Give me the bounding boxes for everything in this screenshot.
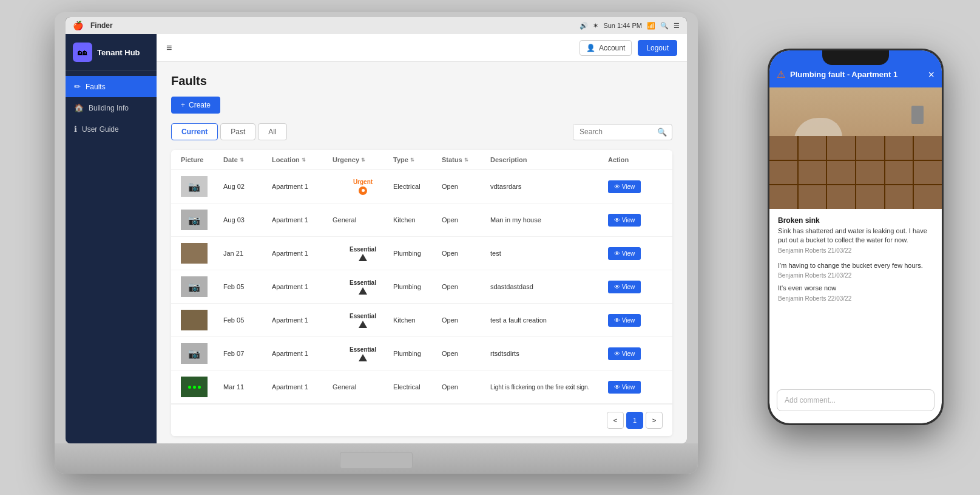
sidebar-item-building-info[interactable]: 🏠 Building Info — [66, 97, 157, 118]
col-action: Action — [608, 156, 663, 163]
trackpad[interactable] — [340, 452, 413, 469]
cell-action: 👁 View — [608, 381, 663, 394]
sort-date-icon: ⇅ — [240, 157, 244, 163]
sidebar-item-user-guide[interactable]: ℹ User Guide — [66, 118, 157, 140]
cell-description: vdtasrdars — [490, 183, 608, 190]
floor-tile — [827, 185, 855, 209]
cell-urgency: Urgent — [333, 179, 393, 195]
finder-label: Finder — [90, 21, 113, 30]
led-dots — [188, 386, 201, 389]
table-row: Mar 11 Apartment 1 General Electrical Op… — [171, 370, 672, 404]
urgency-label: Essential — [350, 246, 376, 253]
tabs-row: Current Past All 🔍 — [171, 123, 672, 140]
cell-status: Open — [442, 350, 490, 357]
laptop-shell: 🍎 Finder 🔊 ✶ Sun 1:44 PM 📶 🔍 ☰ 🏘 Tenant … — [55, 12, 698, 474]
close-button[interactable]: × — [928, 69, 934, 80]
add-comment-input[interactable]: Add comment... — [777, 389, 934, 411]
next-page-button[interactable]: > — [646, 412, 663, 429]
logout-button[interactable]: Logout — [638, 40, 677, 56]
cell-urgency: Essential — [333, 246, 393, 261]
view-button[interactable]: 👁 View — [608, 381, 641, 394]
col-date[interactable]: Date ⇅ — [223, 156, 272, 163]
page-title: Faults — [171, 74, 672, 88]
col-urgency[interactable]: Urgency ⇅ — [333, 156, 393, 163]
hamburger-icon[interactable]: ≡ — [166, 43, 172, 53]
create-button[interactable]: + Create — [171, 97, 220, 114]
table-row: Jan 21 Apartment 1 Essential Plumbing Op… — [171, 237, 672, 270]
floor-tile — [799, 161, 826, 185]
search-icon[interactable]: 🔍 — [660, 22, 669, 30]
cell-location: Apartment 1 — [272, 316, 333, 324]
list-icon[interactable]: ☰ — [674, 22, 680, 30]
cell-description: sdastdastdasd — [490, 283, 608, 290]
col-status[interactable]: Status ⇅ — [442, 156, 490, 163]
search-input[interactable] — [573, 125, 652, 139]
view-button[interactable]: 👁 View — [608, 281, 641, 293]
tab-all[interactable]: All — [258, 123, 286, 140]
page-1-button[interactable]: 1 — [626, 412, 643, 429]
cell-action: 👁 View — [608, 314, 663, 327]
urgency-label: Urgent — [353, 179, 373, 185]
cell-picture: 📷 — [181, 343, 223, 364]
col-location[interactable]: Location ⇅ — [272, 156, 333, 163]
urgency-label: Essential — [350, 279, 376, 286]
apple-icon: 🍎 — [73, 21, 83, 30]
view-button[interactable]: 👁 View — [608, 180, 641, 193]
comment-author: Benjamin Roberts — [778, 295, 826, 302]
view-button[interactable]: 👁 View — [608, 347, 641, 360]
search-icon: 🔍 — [652, 125, 672, 140]
cell-date: Feb 07 — [223, 350, 272, 357]
cell-description: Man in my house — [490, 216, 608, 224]
phone-notch — [822, 50, 889, 65]
comment-date: 21/03/22 — [828, 272, 851, 279]
cell-location: Apartment 1 — [272, 383, 333, 391]
tab-current[interactable]: Current — [171, 123, 218, 140]
view-button[interactable]: 👁 View — [608, 247, 641, 260]
thumbnail — [181, 377, 208, 397]
guide-icon: ℹ — [74, 125, 77, 134]
toilet-roll-holder — [911, 106, 924, 124]
tab-past[interactable]: Past — [220, 123, 255, 140]
account-button[interactable]: 👤 Account — [580, 40, 632, 56]
sort-location-icon: ⇅ — [302, 157, 306, 163]
table-header: Picture Date ⇅ Location ⇅ Urgency ⇅ Type… — [171, 150, 672, 170]
cell-date: Mar 11 — [223, 383, 272, 391]
add-comment-placeholder: Add comment... — [785, 396, 836, 405]
app-window: 🏘 Tenant Hub ✏ Faults 🏠 Building Info ℹ … — [66, 34, 687, 443]
cell-status: Open — [442, 250, 490, 257]
thumbnail: 📷 — [181, 276, 208, 297]
prev-page-button[interactable]: < — [607, 412, 624, 429]
cell-urgency: General — [333, 216, 393, 224]
comment-block: It's even worse now Benjamin Roberts 22/… — [778, 284, 933, 301]
logo-text: Tenant Hub — [97, 48, 140, 57]
cell-description: rtsdtsdirts — [490, 350, 608, 357]
bathroom-floor — [769, 136, 942, 209]
floor-tile — [799, 185, 826, 209]
essential-triangle-icon — [359, 254, 367, 261]
thumbnail: 📷 — [181, 210, 208, 230]
macos-bar: 🍎 Finder 🔊 ✶ Sun 1:44 PM 📶 🔍 ☰ — [66, 17, 687, 34]
sidebar: 🏘 Tenant Hub ✏ Faults 🏠 Building Info ℹ … — [66, 34, 157, 443]
cell-status: Open — [442, 183, 490, 190]
view-button[interactable]: 👁 View — [608, 214, 641, 227]
cell-date: Feb 05 — [223, 283, 272, 290]
cell-status: Open — [442, 283, 490, 290]
sort-urgency-icon: ⇅ — [361, 157, 365, 163]
sidebar-item-faults[interactable]: ✏ Faults — [66, 76, 157, 97]
essential-triangle-icon — [359, 354, 367, 361]
floor-tile — [856, 136, 884, 160]
thumbnail: 📷 — [181, 176, 208, 197]
building-icon: 🏠 — [74, 103, 84, 112]
comment-title: Broken sink — [778, 216, 933, 225]
cell-location: Apartment 1 — [272, 216, 333, 224]
col-type[interactable]: Type ⇅ — [393, 156, 442, 163]
faults-icon: ✏ — [74, 82, 81, 91]
phone-screen: ⚠ Plumbing fault - Apartment 1 × — [769, 50, 942, 423]
thumbnail — [181, 310, 208, 330]
floor-tile — [769, 185, 797, 209]
sidebar-nav: ✏ Faults 🏠 Building Info ℹ User Guide — [66, 71, 157, 145]
phone-image — [769, 87, 942, 209]
view-button[interactable]: 👁 View — [608, 314, 641, 327]
cell-type: Kitchen — [393, 316, 442, 324]
account-icon: 👤 — [586, 44, 595, 52]
